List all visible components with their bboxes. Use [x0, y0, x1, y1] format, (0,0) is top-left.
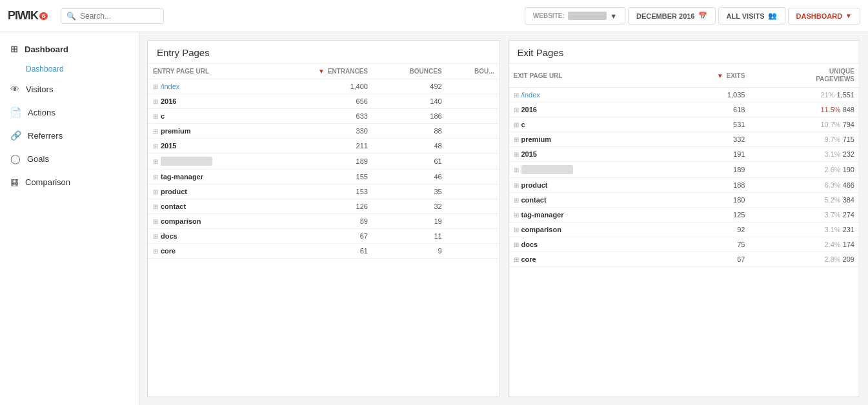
expand-icon[interactable]: ⊞	[514, 151, 519, 158]
expand-icon[interactable]: ⊞	[153, 83, 158, 90]
sidebar-item-actions[interactable]: 📄 Actions	[0, 101, 139, 124]
expand-icon[interactable]: ⊞	[514, 121, 519, 128]
entrances-cell: 67	[269, 229, 373, 244]
entry-url-link[interactable]: /index	[161, 83, 179, 90]
entry-url-cell: ⊞c	[148, 109, 269, 124]
expand-icon[interactable]: ⊞	[153, 173, 158, 181]
sidebar-item-referrers[interactable]: 🔗 Referrers	[0, 124, 139, 147]
segment-filter[interactable]: ALL VISITS 👥	[718, 7, 785, 25]
exit-url-cell: ⊞██████████	[509, 162, 665, 178]
col-exit-url: EXIT PAGE URL	[509, 64, 665, 88]
expand-icon[interactable]: ⊞	[153, 188, 158, 195]
entry-url-cell: ⊞2015	[148, 139, 269, 153]
expand-icon[interactable]: ⊞	[514, 212, 519, 219]
bounces-cell: 140	[373, 94, 447, 109]
col-bounces: BOUNCES	[373, 64, 447, 79]
table-row: ⊞comparison8919	[148, 214, 500, 229]
sidebar-item-goals-label: Goals	[27, 154, 49, 164]
sidebar-item-dashboard[interactable]: ⊞ Dashboard	[0, 37, 139, 61]
expand-icon[interactable]: ⊞	[153, 158, 158, 165]
exits-cell: 191	[664, 147, 750, 162]
entry-pages-table-container: ENTRY PAGE URL ▼ ENTRANCES BOUNCES BOU..…	[148, 64, 500, 397]
expand-icon[interactable]: ⊞	[514, 256, 519, 263]
table-row: ⊞20151913.1% 232	[509, 147, 860, 162]
sidebar-item-goals[interactable]: ◯ Goals	[0, 147, 139, 170]
bounces-cell: 48	[373, 139, 447, 153]
entrances-cell: 126	[269, 199, 373, 214]
sidebar-item-comparison[interactable]: ▦ Comparison	[0, 170, 139, 193]
expand-icon[interactable]: ⊞	[153, 143, 158, 150]
exit-pct: 2.8%	[825, 255, 841, 263]
entry-url-cell: ⊞██████████	[148, 153, 269, 170]
sidebar-item-visitors[interactable]: 👁 Visitors	[0, 77, 139, 101]
expand-icon[interactable]: ⊞	[514, 182, 519, 189]
table-row: ⊞premium33088	[148, 124, 500, 139]
content-area: Entry Pages ENTRY PAGE URL ▼ ENTRANCES B…	[139, 32, 868, 405]
exit-url-cell: ⊞core	[509, 252, 665, 267]
exit-url-cell: ⊞comparison	[509, 222, 665, 237]
expand-icon[interactable]: ⊞	[514, 226, 519, 233]
unique-pv-cell: 3.7% 274	[750, 208, 860, 222]
expand-icon[interactable]: ⊞	[153, 248, 158, 255]
search-box[interactable]: 🔍	[61, 8, 164, 24]
dashboard-filter[interactable]: DASHBOARD ▼	[788, 8, 860, 25]
expand-icon[interactable]: ⊞	[514, 241, 519, 248]
table-row: ⊞2016656140	[148, 94, 500, 109]
blurred-url: ██████████	[521, 165, 573, 174]
top-bar: PIWIK 6 🔍 WEBSITE: ████ ███ ▼ DECEMBER 2…	[0, 0, 868, 32]
entry-url-text: comparison	[161, 217, 201, 225]
actions-icon: 📄	[10, 107, 21, 117]
website-label: WEBSITE:	[533, 12, 565, 19]
table-row: ⊞c633186	[148, 109, 500, 124]
exits-cell: 332	[664, 132, 750, 147]
entry-url-text: 2015	[161, 142, 176, 150]
exit-url-text: tag-manager	[521, 211, 564, 219]
col-entrances: ▼ ENTRANCES	[269, 64, 373, 79]
expand-icon[interactable]: ⊞	[153, 113, 158, 120]
exits-cell: 189	[664, 162, 750, 178]
exits-cell: 531	[664, 117, 750, 132]
bounces-cell: 492	[373, 79, 447, 94]
table-row: ⊞core619	[148, 244, 500, 259]
entry-url-text: product	[161, 188, 187, 195]
search-input[interactable]	[80, 12, 158, 21]
bounce-rate-cell	[447, 153, 500, 170]
entrances-cell: 330	[269, 124, 373, 139]
expand-icon[interactable]: ⊞	[153, 233, 158, 240]
exit-url-cell: ⊞premium	[509, 132, 665, 147]
bounce-rate-cell	[447, 124, 500, 139]
expand-icon[interactable]: ⊞	[153, 128, 158, 135]
bounces-cell: 19	[373, 214, 447, 229]
website-filter[interactable]: WEBSITE: ████ ███ ▼	[525, 7, 625, 25]
table-row: ⊞/index1,03521% 1,551	[509, 88, 860, 103]
unique-pv-cell: 3.1% 232	[750, 147, 860, 162]
bounces-cell: 186	[373, 109, 447, 124]
logo-text: PIWIK	[8, 9, 38, 23]
exits-cell: 67	[664, 252, 750, 267]
expand-icon[interactable]: ⊞	[514, 106, 519, 114]
expand-icon[interactable]: ⊞	[153, 203, 158, 210]
sidebar-sub-label: Dashboard	[26, 64, 64, 74]
main-layout: ⊞ Dashboard Dashboard 👁 Visitors 📄 Actio…	[0, 32, 868, 405]
expand-icon[interactable]: ⊞	[514, 166, 519, 173]
unique-pv-cell: 9.7% 715	[750, 132, 860, 147]
entry-url-cell: ⊞comparison	[148, 214, 269, 229]
expand-icon[interactable]: ⊞	[153, 98, 158, 105]
sidebar-item-dashboard-label: Dashboard	[25, 44, 68, 54]
expand-icon[interactable]: ⊞	[153, 218, 158, 225]
entrances-cell: 189	[269, 153, 373, 170]
expand-icon[interactable]: ⊞	[514, 197, 519, 204]
expand-icon[interactable]: ⊞	[514, 136, 519, 143]
exit-pct: 21%	[820, 91, 834, 99]
bounce-rate-cell	[447, 184, 500, 199]
bounce-rate-cell	[447, 214, 500, 229]
entry-url-text: docs	[161, 232, 177, 240]
exit-pct: 5.2%	[825, 196, 841, 204]
bounces-cell: 46	[373, 170, 447, 184]
exit-url-link[interactable]: /index	[521, 91, 540, 99]
bounce-rate-cell	[447, 170, 500, 184]
date-filter[interactable]: DECEMBER 2016 📅	[628, 7, 715, 25]
sidebar-item-dashboard-sub[interactable]: Dashboard	[0, 61, 139, 77]
entrances-cell: 633	[269, 109, 373, 124]
expand-icon[interactable]: ⊞	[514, 92, 519, 99]
